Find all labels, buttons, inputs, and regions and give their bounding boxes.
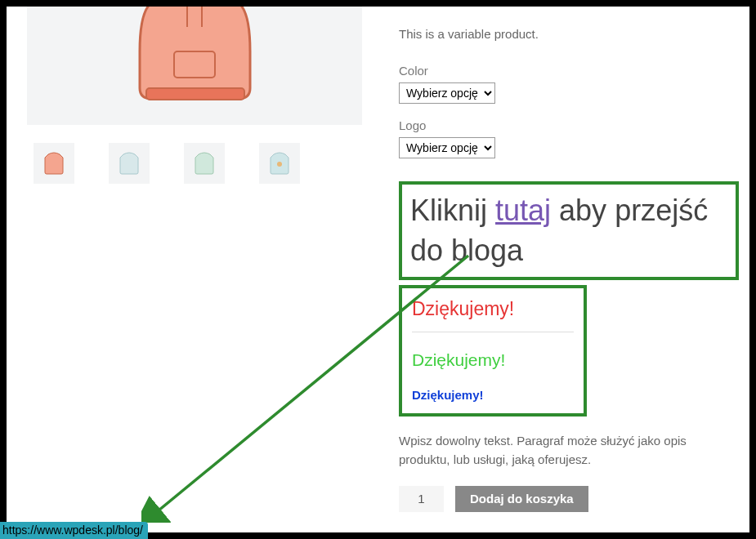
product-description: This is a variable product. [399,27,729,41]
product-gallery-column [27,7,378,532]
thumbnail-4[interactable] [259,143,300,184]
hoodie-thumb-icon [115,149,143,177]
logo-option-group: Logo Wybierz opcję [399,118,729,158]
logo-label: Logo [399,118,729,132]
blog-heading: Kliknij tutaj aby przejść do bloga [410,191,727,270]
thumbnail-3[interactable] [184,143,225,184]
url-status-tooltip: https://www.wpdesk.pl/blog/ [0,522,148,539]
hoodie-thumb-icon [40,149,68,177]
divider [412,332,574,332]
thanks-blue-text: Dziękujemy! [412,388,574,402]
hoodie-thumb-icon [190,149,218,177]
thanks-highlight-box: Dziękujemy! Dziękujemy! Dziękujemy! [399,285,587,416]
description-paragraph: Wpisz dowolny tekst. Paragraf może służy… [399,431,729,470]
heading-highlight-box: Kliknij tutaj aby przejść do bloga [399,181,739,280]
thumbnail-2[interactable] [109,143,150,184]
product-details-column: This is a variable product. Color Wybier… [378,7,729,532]
quantity-input[interactable] [399,486,444,512]
svg-point-5 [277,162,282,167]
color-option-group: Color Wybierz opcję [399,64,729,104]
heading-before: Kliknij [410,194,495,227]
product-thumbnails [27,143,378,184]
product-page: This is a variable product. Color Wybier… [7,7,749,532]
svg-rect-1 [146,88,244,100]
thanks-red-text: Dziękujemy! [412,298,574,320]
thumbnail-1[interactable] [34,143,74,184]
color-select[interactable]: Wybierz opcję [399,82,495,104]
color-label: Color [399,64,729,78]
logo-select[interactable]: Wybierz opcję [399,137,495,158]
blog-link[interactable]: tutaj [495,194,551,227]
hoodie-thumb-icon [266,149,293,177]
thanks-green-text: Dziękujemy! [412,350,574,370]
add-to-cart-button[interactable]: Dodaj do koszyka [455,486,588,512]
add-to-cart-row: Dodaj do koszyka [399,486,729,512]
svg-rect-2 [174,51,215,78]
hoodie-icon [115,7,275,113]
product-main-image[interactable] [27,7,362,125]
